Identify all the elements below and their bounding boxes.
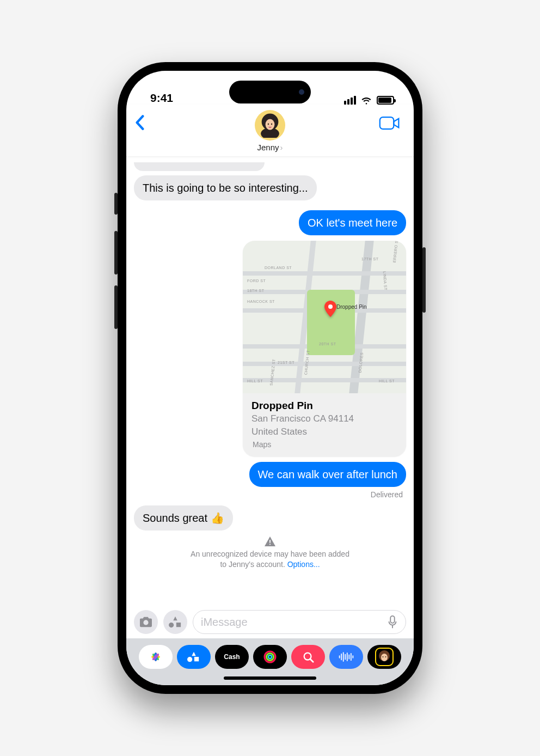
street-label: FORD ST [247, 279, 266, 283]
svg-rect-9 [390, 616, 394, 623]
message-input[interactable]: iMessage [193, 610, 406, 634]
volume-down-button [114, 285, 118, 329]
alert-text-2: to Jenny's account. [220, 560, 287, 569]
svg-rect-7 [269, 540, 271, 542]
svg-rect-23 [343, 652, 344, 662]
app-apple-cash[interactable]: Cash [215, 645, 249, 669]
location-attachment[interactable]: DORLAND ST FORD ST 18TH ST HANCOCK ST 17… [243, 241, 406, 456]
svg-point-2 [266, 119, 275, 130]
svg-point-6 [328, 304, 333, 309]
location-source: Maps [251, 440, 397, 449]
previous-bubble-peek [134, 162, 265, 171]
map-pin-label: Dropped Pin [336, 304, 367, 310]
message-outgoing[interactable]: We can walk over after lunch [249, 462, 406, 487]
map-preview: DORLAND ST FORD ST 18TH ST HANCOCK ST 17… [243, 241, 406, 393]
contact-name-row[interactable]: Jenny › [257, 143, 283, 152]
battery-icon [377, 96, 394, 105]
svg-rect-5 [380, 117, 394, 129]
app-fitness[interactable] [253, 645, 287, 669]
svg-rect-24 [345, 654, 346, 660]
message-outgoing[interactable]: OK let's meet here [299, 210, 406, 235]
street-label: 21ST ST [278, 361, 294, 364]
camera-button[interactable] [134, 610, 158, 634]
svg-rect-25 [347, 653, 348, 661]
conversation-scroll[interactable]: This is going to be so interesting... OK… [126, 157, 414, 610]
delivery-status: Delivered [371, 490, 403, 499]
security-alert: An unrecognized device may have been add… [156, 536, 384, 570]
dynamic-island [229, 81, 311, 103]
chevron-right-icon: › [280, 143, 283, 152]
facetime-button[interactable] [379, 115, 401, 133]
alert-text-1: An unrecognized device may have been add… [191, 550, 349, 558]
svg-rect-21 [339, 655, 340, 658]
dictate-icon[interactable] [387, 615, 398, 629]
conversation-header: Jenny › [126, 105, 414, 157]
mute-switch [114, 193, 118, 215]
back-button[interactable] [134, 114, 146, 133]
street-label: HANCOCK ST [247, 300, 275, 303]
svg-rect-8 [269, 544, 271, 545]
wifi-icon [360, 96, 372, 105]
contact-name: Jenny [257, 143, 279, 152]
svg-point-3 [268, 123, 269, 125]
location-details: Dropped Pin San Francisco CA 94114 Unite… [243, 393, 406, 456]
street-label: DORLAND ST [265, 266, 292, 270]
app-store[interactable] [177, 645, 211, 669]
svg-point-31 [381, 654, 388, 661]
input-placeholder: iMessage [201, 616, 248, 629]
iphone-frame: 9:41 Jenny › Th [118, 62, 422, 694]
location-address-2: United States [251, 426, 397, 438]
cellular-icon [344, 96, 356, 105]
alert-options-link[interactable]: Options... [287, 560, 320, 569]
street-label: HILL ST [379, 379, 395, 383]
street-label: ERRERO ST [392, 241, 399, 263]
street-label: 18TH ST [247, 289, 265, 292]
status-right [344, 96, 394, 105]
map-pin-icon [324, 301, 336, 319]
svg-point-4 [271, 123, 272, 125]
contact-avatar[interactable] [255, 110, 285, 141]
svg-rect-27 [351, 653, 352, 661]
svg-rect-26 [348, 655, 349, 660]
location-title: Dropped Pin [251, 400, 397, 412]
svg-rect-28 [352, 655, 353, 658]
message-incoming[interactable]: Sounds great 👍 [134, 505, 233, 531]
volume-up-button [114, 231, 118, 275]
app-memoji[interactable] [367, 645, 401, 669]
svg-line-20 [310, 659, 314, 662]
street-label: 17TH ST [361, 257, 379, 261]
message-incoming[interactable]: This is going to be so interesting... [134, 175, 317, 200]
compose-bar: iMessage [126, 610, 414, 638]
svg-point-17 [267, 654, 274, 661]
app-audio-messages[interactable] [329, 645, 363, 669]
svg-point-18 [268, 655, 272, 659]
screen: 9:41 Jenny › Th [126, 71, 414, 685]
app-photos[interactable] [139, 645, 173, 669]
power-button [422, 247, 426, 313]
svg-rect-22 [341, 654, 342, 660]
location-address-1: San Francisco CA 94114 [251, 413, 397, 425]
status-time: 9:41 [150, 92, 173, 105]
apps-button[interactable] [163, 610, 187, 634]
svg-point-32 [383, 656, 384, 657]
app-music[interactable] [291, 645, 325, 669]
svg-point-33 [385, 656, 386, 657]
warning-icon [264, 536, 276, 547]
street-label: 20TH ST [319, 342, 336, 346]
home-indicator[interactable] [224, 676, 316, 680]
street-label: HILL ST [247, 379, 263, 383]
